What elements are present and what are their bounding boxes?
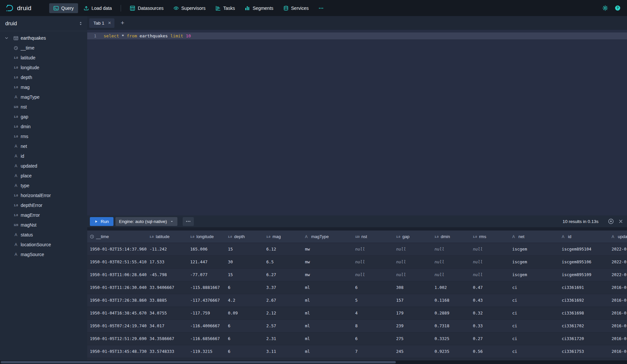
table-cell[interactable]: 33.8885 bbox=[147, 294, 188, 307]
table-cell[interactable]: 3.11 bbox=[264, 345, 302, 358]
table-cell[interactable]: ml bbox=[302, 294, 353, 307]
table-cell[interactable]: 34.0755 bbox=[147, 307, 188, 319]
table-cell[interactable]: 0.32 bbox=[470, 307, 510, 319]
column-header-nst[interactable]: 123nst bbox=[353, 231, 394, 243]
table-cell[interactable]: 0.27 bbox=[470, 333, 510, 345]
table-cell[interactable]: mw bbox=[302, 269, 353, 281]
chevron-down-icon[interactable] bbox=[5, 36, 9, 40]
table-cell[interactable]: -117.759 bbox=[188, 307, 225, 319]
tab-1[interactable]: Tab 1 ✕ bbox=[89, 18, 114, 28]
table-cell[interactable]: null bbox=[394, 269, 432, 281]
table-cell[interactable]: ci3361702 bbox=[559, 320, 609, 332]
table-cell[interactable]: 4.2 bbox=[225, 294, 264, 307]
nav-segments[interactable]: Segments bbox=[240, 3, 277, 13]
table-cell[interactable]: 1950-01-05T12:51:29.690Z bbox=[87, 333, 147, 345]
table-cell[interactable]: -117.4376667 bbox=[188, 294, 225, 307]
table-cell[interactable]: null bbox=[353, 243, 394, 255]
sidebar-column-status[interactable]: Astatus bbox=[0, 230, 87, 240]
table-cell[interactable]: 2022-0 bbox=[609, 243, 627, 255]
table-cell[interactable]: -116.4006667 bbox=[188, 320, 225, 332]
table-cell[interactable]: 1950-01-04T16:38:45.670Z bbox=[87, 307, 147, 319]
schema-selector[interactable]: druid bbox=[0, 16, 87, 31]
table-cell[interactable]: 2016-0 bbox=[609, 294, 627, 307]
column-header-net[interactable]: Anet bbox=[510, 231, 559, 243]
table-cell[interactable]: 6 bbox=[225, 333, 264, 345]
table-cell[interactable]: ml bbox=[302, 320, 353, 332]
table-cell[interactable]: ci bbox=[510, 320, 559, 332]
engine-select[interactable]: Engine: auto (sql-native) bbox=[115, 217, 177, 226]
table-cell[interactable]: 0.09 bbox=[225, 307, 264, 319]
scrollbar-thumb[interactable] bbox=[1, 361, 396, 363]
table-cell[interactable]: 3.37 bbox=[264, 281, 302, 294]
table-cell[interactable]: 7 bbox=[353, 345, 394, 358]
table-cell[interactable]: ci3361691 bbox=[559, 281, 609, 294]
nav-more[interactable] bbox=[314, 3, 328, 13]
column-header-depth[interactable]: 1.0depth bbox=[225, 231, 264, 243]
table-cell[interactable]: 1950-01-05T13:45:48.730Z bbox=[87, 345, 147, 358]
horizontal-scrollbar[interactable] bbox=[0, 360, 627, 364]
table-cell[interactable]: 0.43 bbox=[470, 294, 510, 307]
close-results-icon[interactable] bbox=[618, 219, 623, 224]
table-cell[interactable]: 6 bbox=[353, 333, 394, 345]
nav-supervisors[interactable]: Supervisors bbox=[169, 3, 210, 13]
sidebar-column-rms[interactable]: 1.0rms bbox=[0, 131, 87, 141]
table-cell[interactable]: 17.533 bbox=[147, 256, 188, 268]
nav-load-data[interactable]: Load data bbox=[79, 3, 116, 13]
table-cell[interactable]: 30 bbox=[225, 256, 264, 268]
table-cell[interactable]: 0.2889 bbox=[432, 307, 470, 319]
table-cell[interactable]: 5 bbox=[353, 294, 394, 307]
table-cell[interactable]: 15 bbox=[225, 269, 264, 281]
table-cell[interactable]: null bbox=[432, 256, 470, 268]
table-cell[interactable]: 275 bbox=[394, 333, 432, 345]
table-cell[interactable]: 1950-01-05T07:24:19.740Z bbox=[87, 320, 147, 332]
table-cell[interactable]: -77.077 bbox=[188, 269, 225, 281]
table-cell[interactable]: 245 bbox=[394, 345, 432, 358]
column-header-mag[interactable]: 1.0mag bbox=[264, 231, 302, 243]
nav-services[interactable]: Services bbox=[279, 3, 313, 13]
sidebar-column-magNst[interactable]: 123magNst bbox=[0, 220, 87, 230]
table-cell[interactable]: 2016-0 bbox=[609, 320, 627, 332]
table-cell[interactable]: 1950-01-02T15:14:37.960Z bbox=[87, 243, 147, 255]
table-cell[interactable]: ci3361753 bbox=[559, 345, 609, 358]
table-cell[interactable]: 1950-01-03T11:06:28.640Z bbox=[87, 269, 147, 281]
table-cell[interactable]: ml bbox=[302, 307, 353, 319]
table-cell[interactable]: iscgem bbox=[510, 256, 559, 268]
table-cell[interactable]: -119.3215 bbox=[188, 345, 225, 358]
table-cell[interactable]: null bbox=[353, 256, 394, 268]
column-header-magType[interactable]: AmagType bbox=[302, 231, 353, 243]
table-cell[interactable]: 2.67 bbox=[264, 294, 302, 307]
table-cell[interactable]: -115.8881667 bbox=[188, 281, 225, 294]
table-cell[interactable]: -45.798 bbox=[147, 269, 188, 281]
table-cell[interactable]: 8 bbox=[353, 320, 394, 332]
table-cell[interactable]: 33.9406667 bbox=[147, 281, 188, 294]
table-cell[interactable]: 2016-0 bbox=[609, 345, 627, 358]
table-cell[interactable]: 0.33 bbox=[470, 320, 510, 332]
druid-home-link[interactable]: druid bbox=[0, 4, 31, 12]
table-cell[interactable]: 0.3325 bbox=[432, 333, 470, 345]
table-cell[interactable]: null bbox=[470, 269, 510, 281]
table-cell[interactable]: 165.006 bbox=[188, 243, 225, 255]
sidebar-column-locationSource[interactable]: AlocationSource bbox=[0, 240, 87, 250]
table-cell[interactable]: null bbox=[394, 256, 432, 268]
table-cell[interactable]: ci bbox=[510, 333, 559, 345]
table-cell[interactable]: 157 bbox=[394, 294, 432, 307]
table-cell[interactable]: 1950-01-03T02:51:55.410Z bbox=[87, 256, 147, 268]
table-cell[interactable]: 2016-0 bbox=[609, 333, 627, 345]
column-header-longitude[interactable]: 1.0longitude bbox=[188, 231, 225, 243]
settings-gear-icon[interactable] bbox=[602, 5, 608, 11]
table-cell[interactable]: 2022-0 bbox=[609, 269, 627, 281]
table-cell[interactable]: ci bbox=[510, 294, 559, 307]
table-cell[interactable]: 6 bbox=[225, 281, 264, 294]
table-cell[interactable]: mw bbox=[302, 256, 353, 268]
table-cell[interactable]: iscgem895106 bbox=[559, 256, 609, 268]
nav-tasks[interactable]: Tasks bbox=[211, 3, 239, 13]
table-cell[interactable]: 6 bbox=[225, 345, 264, 358]
table-cell[interactable]: 6 bbox=[225, 320, 264, 332]
table-cell[interactable]: ci bbox=[510, 345, 559, 358]
table-cell[interactable]: 2.12 bbox=[264, 307, 302, 319]
column-header-id[interactable]: Aid bbox=[559, 231, 609, 243]
table-cell[interactable]: iscgem bbox=[510, 269, 559, 281]
column-header-updated[interactable]: Aupdated bbox=[609, 231, 627, 243]
table-cell[interactable]: null bbox=[353, 269, 394, 281]
run-button[interactable]: Run bbox=[90, 217, 113, 226]
